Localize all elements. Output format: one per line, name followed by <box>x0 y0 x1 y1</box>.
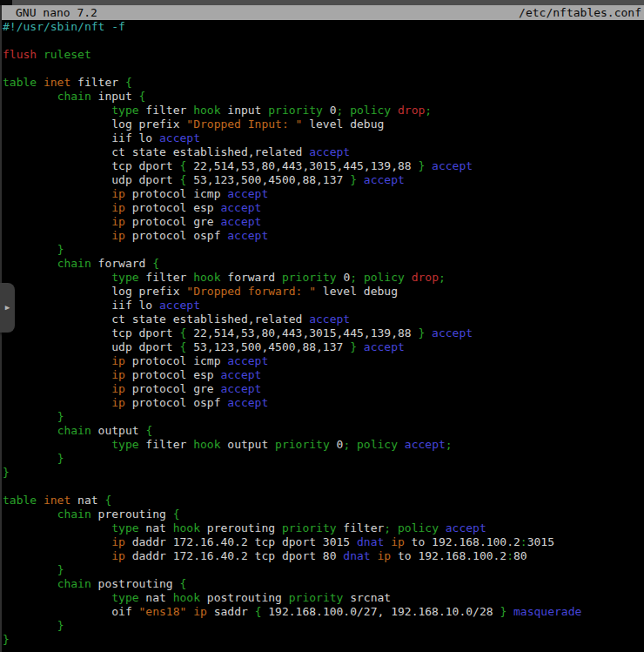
file-path-label: /etc/nftables.conf <box>519 5 641 20</box>
code-line: ip protocol icmp accept <box>3 187 644 201</box>
code-token <box>425 326 432 339</box>
code-line: type filter hook output priority 0; poli… <box>3 438 644 452</box>
code-token: udp dport <box>3 340 180 353</box>
code-token: } <box>3 633 10 646</box>
editor-content[interactable]: #!/usr/sbin/nft -fflush rulesettable ine… <box>3 20 644 647</box>
code-token <box>3 452 57 465</box>
code-line: ip protocol icmp accept <box>3 354 644 368</box>
code-line: chain prerouting { <box>3 507 644 521</box>
code-token: srcnat <box>343 591 391 604</box>
code-token <box>3 271 111 284</box>
code-token: accept <box>227 187 268 200</box>
code-token: priority <box>282 521 337 534</box>
code-line: ct state established,related accept <box>3 145 644 159</box>
code-token: drop <box>412 271 439 284</box>
code-line: ip protocol gre accept <box>3 215 644 229</box>
code-token: level debug <box>302 118 384 131</box>
code-token: log prefix <box>3 285 186 298</box>
code-token: 53,123,500,4500,88,137 <box>186 173 350 186</box>
code-token: type <box>111 521 138 534</box>
code-token: postrouting <box>91 577 180 590</box>
code-line: #!/usr/sbin/nft -f <box>3 20 644 34</box>
code-token: ; <box>425 104 432 117</box>
code-token: hook <box>193 271 220 284</box>
code-token: filter <box>139 271 194 284</box>
code-line: tcp dport { 22,514,53,80,443,3015,445,13… <box>3 159 644 173</box>
code-token: udp dport <box>3 173 180 186</box>
code-token <box>3 410 57 423</box>
code-token: masquerade <box>513 605 581 618</box>
code-token: { <box>104 494 111 507</box>
code-token: policy <box>398 521 439 534</box>
code-line: tcp dport { 22,514,53,80,443,3015,445,13… <box>3 326 644 340</box>
code-token <box>3 549 111 562</box>
code-token <box>3 187 111 200</box>
code-token <box>3 577 57 590</box>
code-token <box>3 382 111 395</box>
code-line: ip protocol ospf accept <box>3 229 644 243</box>
code-token: type <box>111 591 138 604</box>
code-token: ip <box>111 368 125 381</box>
code-line: } <box>3 243 644 257</box>
code-line: iif lo accept <box>3 131 644 145</box>
code-line: log prefix "Dropped Input: " level debug <box>3 118 644 131</box>
code-token: policy <box>364 271 405 284</box>
code-token: hook <box>173 591 200 604</box>
code-token: priority <box>275 438 330 451</box>
code-token: type <box>111 104 138 117</box>
code-token: ip <box>111 229 125 242</box>
code-token: ip <box>391 535 405 548</box>
code-token: type <box>111 438 138 451</box>
code-token: ip <box>111 215 125 228</box>
code-token: accept <box>220 215 261 228</box>
code-token: output <box>220 438 275 451</box>
code-token: ; <box>446 438 453 451</box>
code-line: table inet filter { <box>3 76 644 90</box>
code-token: 80 <box>513 549 527 562</box>
code-token: "ens18" <box>139 605 187 618</box>
code-line: type filter hook forward priority 0; pol… <box>3 271 644 285</box>
code-token: inet <box>44 76 70 89</box>
code-token <box>439 521 446 534</box>
code-token: ip <box>377 549 391 562</box>
code-line: } <box>3 633 644 647</box>
code-token: accept <box>227 396 268 409</box>
sidebar-handle[interactable]: ▶ <box>0 283 15 333</box>
code-token: accept <box>405 438 446 451</box>
code-token <box>391 521 398 534</box>
code-token: nat <box>70 494 104 507</box>
code-line: } <box>3 619 644 633</box>
code-token <box>186 605 193 618</box>
code-token: "Dropped Input: " <box>186 118 302 131</box>
code-line: type nat hook prerouting priority filter… <box>3 521 644 535</box>
code-token: chain <box>57 424 91 437</box>
code-token <box>357 271 364 284</box>
code-token <box>3 354 111 367</box>
code-line: ct state established,related accept <box>3 313 644 326</box>
code-token: ct state established,related <box>3 313 309 326</box>
code-token: 0 <box>330 438 344 451</box>
code-token: input <box>91 90 139 103</box>
code-token: tcp dport <box>3 159 180 172</box>
code-token: : <box>520 535 527 548</box>
code-token: forward <box>220 271 281 284</box>
code-token: flush <box>3 48 37 61</box>
code-token <box>3 201 111 214</box>
code-line: udp dport { 53,123,500,4500,88,137 } acc… <box>3 173 644 187</box>
code-line: ip daddr 172.16.40.2 tcp dport 3015 dnat… <box>3 535 644 549</box>
code-token: } <box>350 173 357 186</box>
code-token <box>3 563 57 576</box>
code-token: chain <box>57 577 91 590</box>
code-token <box>3 90 57 103</box>
code-token <box>506 605 513 618</box>
code-token: ; <box>384 521 391 534</box>
code-token: hook <box>173 521 200 534</box>
code-token: filter <box>139 438 194 451</box>
code-token: { <box>152 257 159 270</box>
nano-version-label: GNU nano 7.2 <box>16 5 97 20</box>
code-token: table <box>3 76 37 89</box>
code-token: saddr <box>207 605 255 618</box>
code-token: protocol esp <box>125 201 221 214</box>
code-token: ; <box>350 271 357 284</box>
code-token: ip <box>111 382 125 395</box>
